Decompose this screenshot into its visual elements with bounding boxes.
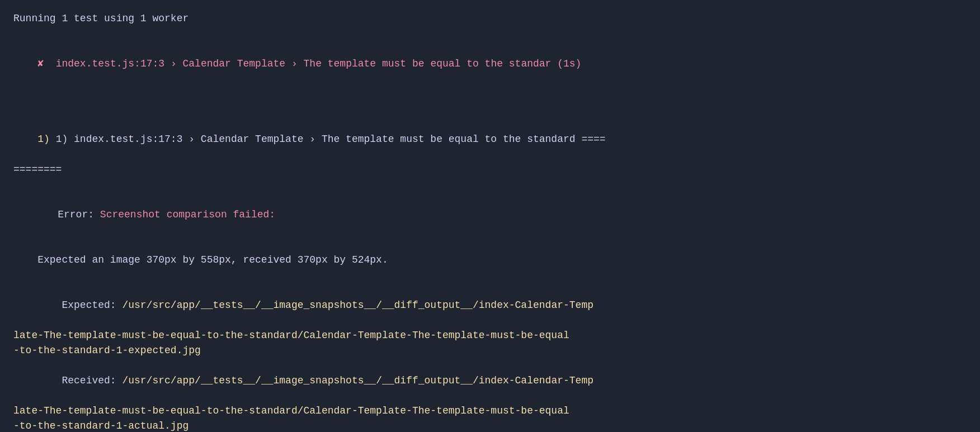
empty-line-2	[13, 87, 967, 102]
failure-number: 1)	[37, 134, 55, 145]
terminal-output: Running 1 test using 1 worker ✘ index.te…	[13, 11, 967, 432]
expected-path-line-2: late-The-template-must-be-equal-to-the-s…	[13, 328, 967, 343]
empty-line-4	[13, 177, 967, 192]
error-message: Screenshot comparison failed:	[100, 209, 275, 220]
failure-description: 1) index.test.js:17:3 › Calendar Templat…	[56, 134, 606, 145]
received-label: Received:	[37, 375, 122, 386]
empty-line-6	[13, 268, 967, 283]
empty-line-1	[13, 26, 967, 41]
expected-path-1: /usr/src/app/__tests__/__image_snapshots…	[122, 300, 593, 311]
expected-path-line-3: -to-the-standard-1-expected.jpg	[13, 343, 967, 358]
empty-line-3	[13, 102, 967, 117]
received-path-line-3: -to-the-standard-1-actual.jpg	[13, 419, 967, 432]
error-line: Error: Screenshot comparison failed:	[13, 192, 967, 238]
failure-header-line: 1) 1) index.test.js:17:3 › Calendar Temp…	[13, 117, 967, 162]
expected-path-line-1: Expected: /usr/src/app/__tests__/__image…	[13, 283, 967, 328]
failure-separator-line: ========	[13, 162, 967, 177]
header-line: Running 1 test using 1 worker	[13, 11, 967, 26]
empty-line-5	[13, 238, 967, 253]
expected-size-line: Expected an image 370px by 558px, receiv…	[13, 253, 967, 268]
test-result-line: ✘ index.test.js:17:3 › Calendar Template…	[13, 41, 967, 87]
test-result-text: index.test.js:17:3 › Calendar Template ›…	[44, 58, 581, 69]
fail-icon: ✘	[37, 58, 44, 69]
received-path-line-1: Received: /usr/src/app/__tests__/__image…	[13, 358, 967, 403]
received-path-1: /usr/src/app/__tests__/__image_snapshots…	[122, 375, 593, 386]
expected-label: Expected:	[37, 300, 122, 311]
received-path-line-2: late-The-template-must-be-equal-to-the-s…	[13, 403, 967, 419]
error-label: Error:	[58, 209, 100, 220]
